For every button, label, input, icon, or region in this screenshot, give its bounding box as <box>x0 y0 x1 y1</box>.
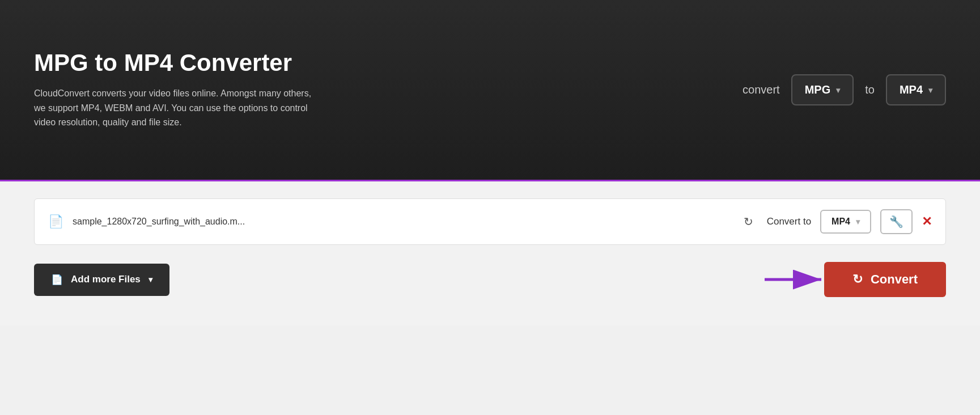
convert-button-label: Convert <box>871 272 918 287</box>
from-format-button[interactable]: MPG ▾ <box>791 74 854 105</box>
file-row: 📄 sample_1280x720_surfing_with_audio.m..… <box>34 198 946 245</box>
header-left: MPG to MP4 Converter CloudConvert conver… <box>34 50 317 130</box>
delete-file-button[interactable]: ✕ <box>922 214 932 229</box>
add-files-icon: 📄 <box>51 274 63 286</box>
to-format-button[interactable]: MP4 ▾ <box>886 74 946 105</box>
convert-to-label: Convert to <box>767 216 811 227</box>
from-format-label: MPG <box>805 83 831 96</box>
convert-section: ↻ Convert <box>762 262 946 297</box>
convert-refresh-icon: ↻ <box>852 272 863 287</box>
page-header: MPG to MP4 Converter CloudConvert conver… <box>0 0 980 181</box>
convert-button[interactable]: ↻ Convert <box>824 262 946 297</box>
add-files-button[interactable]: 📄 Add more Files ▾ <box>34 264 169 296</box>
main-content: 📄 sample_1280x720_surfing_with_audio.m..… <box>0 181 980 325</box>
header-description: CloudConvert converts your video files o… <box>34 86 317 130</box>
file-settings-button[interactable]: 🔧 <box>880 209 913 234</box>
to-label: to <box>865 83 875 96</box>
bottom-row: 📄 Add more Files ▾ ↻ Convert <box>34 256 946 303</box>
to-format-label: MP4 <box>900 83 923 96</box>
arrow-container <box>762 262 830 297</box>
file-format-select-button[interactable]: MP4 ▾ <box>820 210 871 234</box>
header-converter: convert MPG ▾ to MP4 ▾ <box>743 74 946 105</box>
from-format-chevron-icon: ▾ <box>836 86 840 95</box>
refresh-file-button[interactable]: ↻ <box>739 213 758 231</box>
file-format-chevron-icon: ▾ <box>856 217 860 226</box>
page-title: MPG to MP4 Converter <box>34 50 317 76</box>
file-icon: 📄 <box>48 214 63 229</box>
to-format-chevron-icon: ▾ <box>928 86 932 95</box>
purple-arrow-icon <box>762 262 830 297</box>
add-files-chevron-icon: ▾ <box>149 275 152 284</box>
file-name: sample_1280x720_surfing_with_audio.m... <box>73 217 730 227</box>
add-files-label: Add more Files <box>71 274 141 285</box>
convert-label: convert <box>743 83 780 96</box>
file-format-label: MP4 <box>831 217 850 227</box>
